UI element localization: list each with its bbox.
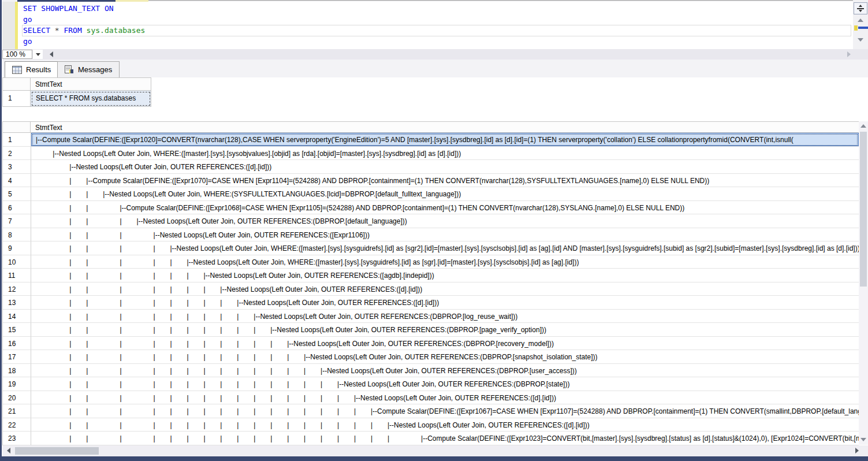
row-number-cell[interactable]: 2: [3, 147, 31, 161]
plan-operator-text: |--Compute Scalar(DEFINE:([Expr1020]=CON…: [36, 136, 794, 144]
stmt-text-cell[interactable]: | | | | | | | | | | | | | | | |--Nested …: [31, 391, 859, 405]
plan-grid-body: 1|--Compute Scalar(DEFINE:([Expr1020]=CO…: [2, 133, 859, 445]
table-row: 3 |--Nested Loops(Left Outer Join, OUTER…: [3, 160, 859, 174]
corner-header-cell[interactable]: [2, 77, 31, 91]
stmt-text-cell[interactable]: |--Compute Scalar(DEFINE:([Expr1020]=CON…: [31, 133, 859, 147]
scroll-up-arrow[interactable]: [858, 18, 863, 22]
plan-grid-horizontal-scrollbar[interactable]: [2, 445, 868, 456]
plan-tree-pipes: | | | | | | | | | | | |: [36, 353, 304, 361]
row-number-cell[interactable]: 15: [3, 323, 31, 337]
editor-horizontal-scrollbar[interactable]: 100 %: [2, 49, 868, 60]
table-row: 4 | |--Compute Scalar(DEFINE:([Expr1070]…: [3, 174, 859, 188]
row-number-cell[interactable]: 3: [3, 160, 31, 174]
stmt-text-cell[interactable]: | | | | | | | | | | | | | |--Nested Loop…: [31, 364, 859, 378]
plan-operator-text: |--Nested Loops(Left Outer Join, OUTER R…: [254, 313, 517, 321]
stmt-text-cell[interactable]: | | | | | | | | | |--Nested Loops(Left O…: [31, 310, 859, 324]
top-edge-line: [148, 0, 853, 1]
editor-split-handle[interactable]: [854, 2, 867, 14]
row-number-cell[interactable]: 1: [2, 91, 31, 107]
row-number-cell[interactable]: 10: [3, 255, 31, 269]
tab-messages[interactable]: Messages: [57, 61, 120, 77]
stmt-text-cell[interactable]: | | |--Nested Loops(Left Outer Join, WHE…: [31, 187, 859, 201]
row-number-cell[interactable]: 12: [3, 282, 31, 296]
tab-results[interactable]: Results: [5, 61, 58, 77]
stmt-text-cell[interactable]: | | |--Compute Scalar(DEFINE:([Expr1068]…: [31, 201, 859, 215]
stmt-text-cell[interactable]: | | | | |--Nested Loops(Left Outer Join,…: [31, 241, 859, 255]
stmttext-column-header[interactable]: StmtText: [31, 122, 859, 132]
plan-operator-text: |--Compute Scalar(DEFINE:([Expr1068]=CAS…: [120, 204, 684, 212]
row-number-cell[interactable]: 9: [3, 241, 31, 255]
sql-keyword: FROM: [64, 26, 81, 35]
plan-operator-text: |--Nested Loops(Left Outer Join, OUTER R…: [321, 367, 577, 375]
row-number-cell[interactable]: 18: [3, 364, 31, 378]
stmt-text-cell[interactable]: | | | | | | | | | | | |--Nested Loops(Le…: [31, 337, 859, 351]
plan-tree-pipes: | | | | | | |: [36, 285, 220, 293]
zoom-dropdown-button[interactable]: [33, 50, 43, 59]
row-number-cell[interactable]: 16: [3, 337, 31, 351]
plan-operator-text: |--Nested Loops(Left Outer Join, OUTER R…: [270, 326, 546, 334]
plan-operator-text: |--Nested Loops(Left Outer Join, WHERE:(…: [103, 190, 461, 198]
stmt-text-cell[interactable]: | | | | | | | |--Nested Loops(Left Outer…: [31, 282, 859, 296]
scroll-left-arrow[interactable]: [7, 448, 10, 453]
row-number-cell[interactable]: 7: [3, 214, 31, 228]
stmt-text-cell[interactable]: | | | | | | | | | | | | | | | | |--Compu…: [31, 404, 859, 418]
scroll-right-arrow[interactable]: [847, 51, 851, 57]
stmt-text-cell[interactable]: |--Nested Loops(Left Outer Join, OUTER R…: [31, 160, 859, 174]
scroll-left-arrow[interactable]: [50, 51, 53, 57]
stmt-text-cell[interactable]: |--Nested Loops(Left Outer Join, WHERE:(…: [31, 147, 859, 161]
row-number-cell[interactable]: 21: [3, 404, 31, 418]
row-number-cell[interactable]: 19: [3, 377, 31, 391]
row-number-cell[interactable]: 14: [3, 310, 31, 324]
sql-editor[interactable]: SET SHOWPLAN_TEXT ON go SELECT * FROM sy…: [2, 2, 853, 49]
row-number-cell[interactable]: 5: [3, 187, 31, 201]
plan-tree-pipes: |: [36, 177, 86, 185]
scroll-down-arrow[interactable]: [858, 38, 863, 42]
row-number-cell[interactable]: 6: [3, 201, 31, 215]
plan-operator-text: |--Nested Loops(Left Outer Join, OUTER R…: [136, 217, 407, 225]
tab-messages-label: Messages: [78, 65, 112, 74]
change-tracking-bar: [15, 2, 18, 49]
row-number-cell[interactable]: 8: [3, 228, 31, 242]
table-row: 12 | | | | | | | |--Nested Loops(Left Ou…: [3, 282, 859, 296]
stmt-text-cell[interactable]: | | | | | |--Nested Loops(Left Outer Joi…: [31, 255, 859, 269]
zoom-level-select[interactable]: 100 %: [2, 50, 32, 59]
stmt-text-cell[interactable]: | | | | | | |--Nested Loops(Left Outer J…: [31, 269, 859, 282]
vertical-scroll-thumb[interactable]: [860, 132, 867, 287]
stmt-text-cell[interactable]: | | | |--Nested Loops(Left Outer Join, O…: [31, 228, 859, 242]
plan-grid-vertical-scrollbar[interactable]: [859, 121, 868, 445]
row-number-cell[interactable]: 13: [3, 296, 31, 310]
plan-operator-text: |--Compute Scalar(DEFINE:([Expr1067]=CAS…: [371, 407, 859, 415]
row-number-cell[interactable]: 17: [3, 350, 31, 364]
plan-tree-pipes: | | | | | | | | | | | | | | |: [36, 394, 354, 402]
scroll-right-arrow[interactable]: [855, 448, 859, 453]
caret-position-marker: [858, 27, 868, 29]
plan-tree-pipes: | | |: [36, 231, 154, 239]
sql-object-name: sys.databases: [87, 26, 146, 35]
row-number-cell[interactable]: 1: [3, 133, 31, 147]
row-number-cell[interactable]: 23: [3, 432, 31, 445]
corner-header-cell[interactable]: [2, 122, 31, 132]
plan-grid-header-row: StmtText: [2, 121, 859, 133]
stmt-text-cell[interactable]: | | | | | | | | | | | | | | | | | |--Nes…: [31, 418, 859, 432]
code-line-2: go: [23, 14, 145, 25]
table-row: 19 | | | | | | | | | | | | | | |--Nested…: [3, 377, 859, 391]
row-number-cell[interactable]: 11: [3, 269, 31, 282]
stmt-text-cell[interactable]: | | | | | | | | |--Nested Loops(Left Out…: [31, 296, 859, 310]
scroll-up-arrow[interactable]: [860, 124, 866, 128]
plan-tree-pipes: | |: [36, 190, 103, 198]
stmt-text-cell[interactable]: | | | | | | | | | | | | | | |--Nested Lo…: [31, 377, 859, 391]
stmt-text-cell[interactable]: | |--Compute Scalar(DEFINE:([Expr1070]=C…: [31, 174, 859, 188]
plan-tree-pipes: | | | |: [36, 244, 170, 252]
stmt-text-cell[interactable]: | | | |--Nested Loops(Left Outer Join, O…: [31, 214, 859, 228]
row-number-cell[interactable]: 20: [3, 391, 31, 405]
scroll-down-arrow[interactable]: [860, 438, 866, 441]
editor-vertical-scrollbar[interactable]: [853, 2, 868, 49]
stmt-text-cell[interactable]: | | | | | | | | | | | | | | | | | | |--C…: [31, 432, 859, 445]
stmt-text-cell[interactable]: | | | | | | | | | | | | |--Nested Loops(…: [31, 350, 859, 364]
row-number-cell[interactable]: 22: [3, 418, 31, 432]
horizontal-scroll-thumb[interactable]: [15, 447, 99, 455]
stmttext-column-header[interactable]: StmtText: [31, 77, 151, 91]
row-number-cell[interactable]: 4: [3, 174, 31, 188]
stmt-text-cell[interactable]: | | | | | | | | | | |--Nested Loops(Left…: [31, 323, 859, 337]
stmt-text-cell[interactable]: SELECT * FROM sys.databases: [31, 91, 151, 107]
